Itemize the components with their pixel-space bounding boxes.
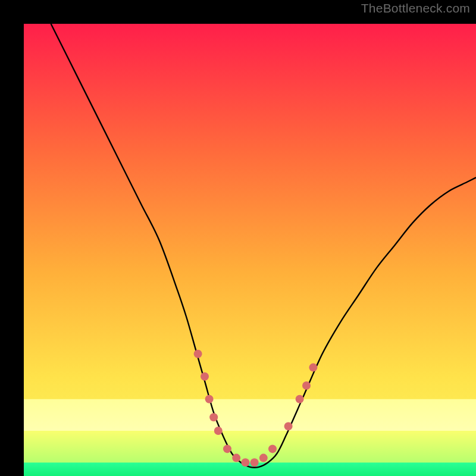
highlight-point bbox=[241, 458, 249, 466]
highlight-point bbox=[201, 372, 209, 381]
green-band bbox=[24, 462, 476, 476]
highlight-point bbox=[214, 427, 223, 435]
highlight-point bbox=[232, 454, 240, 462]
highlight-point bbox=[296, 395, 304, 403]
chart-frame bbox=[12, 12, 464, 464]
highlight-point bbox=[302, 381, 311, 390]
chart-bands bbox=[24, 399, 476, 476]
chart-plot bbox=[24, 24, 476, 476]
highlight-point bbox=[268, 444, 277, 453]
highlight-point bbox=[205, 395, 214, 403]
highlight-point bbox=[284, 422, 293, 430]
lime-band bbox=[24, 431, 476, 462]
highlight-point bbox=[259, 454, 268, 462]
highlight-point bbox=[250, 458, 259, 466]
highlight-point bbox=[209, 413, 218, 421]
highlight-point bbox=[223, 444, 231, 453]
cream-band bbox=[24, 399, 476, 431]
highlight-point bbox=[194, 350, 202, 358]
highlight-point bbox=[309, 364, 317, 372]
